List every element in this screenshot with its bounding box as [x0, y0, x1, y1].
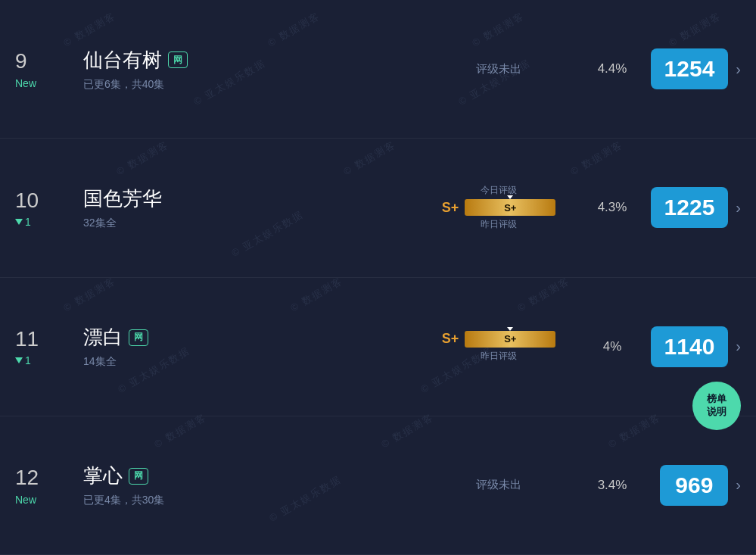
rank-number: 9 — [15, 48, 27, 74]
subtitle-text: 14集全 — [83, 355, 415, 369]
arrow-down-icon — [15, 357, 23, 363]
rank-section: 12 New — [15, 465, 76, 506]
list-item[interactable]: 9 New 仙台有树 网 已更6集，共40集 评级未出 4.4% 1254 › — [0, 0, 756, 139]
title-row: 漂白 网 — [83, 324, 415, 351]
rank-change: New — [15, 494, 36, 506]
rating-section: S+ S+ 昨日评级 — [415, 331, 582, 363]
rating-bar-label: S+ — [504, 333, 516, 345]
subtitle-text: 已更4集，共30集 — [83, 494, 415, 507]
rating-grade: S+ — [442, 331, 459, 347]
title-row: 掌心 网 — [83, 463, 415, 489]
percent-section: 4.4% — [582, 61, 642, 76]
rank-number: 11 — [15, 326, 39, 352]
rating-section: 评级未出 — [415, 478, 582, 492]
title-section: 掌心 网 已更4集，共30集 — [76, 463, 415, 507]
rank-section: 11 1 — [15, 326, 76, 367]
rank-change-label: 1 — [25, 354, 31, 366]
rating-bar-container: S+ S+ — [442, 199, 556, 216]
rank-change: New — [15, 77, 36, 89]
rating-label-bottom: 昨日评级 — [481, 350, 517, 363]
rating-bar-container: S+ S+ — [442, 331, 556, 348]
rating-section: 评级未出 — [415, 62, 582, 76]
rank-number: 10 — [15, 188, 39, 214]
title-row: 仙台有树 网 — [83, 47, 415, 73]
score-badge: 1225 — [651, 187, 729, 228]
score-badge: 969 — [660, 465, 728, 506]
list-item[interactable]: 11 1 漂白 网 14集全 S+ S+ 昨日评级 4% 1140 — [0, 278, 756, 416]
score-badge: 1140 — [651, 326, 729, 367]
subtitle-text: 32集全 — [83, 217, 415, 230]
percent-section: 3.4% — [582, 478, 642, 493]
rating-section: 今日评级 S+ S+ 昨日评级 — [415, 184, 582, 231]
score-badge: 1254 — [651, 48, 729, 89]
title-text: 漂白 — [83, 324, 123, 351]
title-section: 漂白 网 14集全 — [76, 324, 415, 369]
list-container: 9 New 仙台有树 网 已更6集，共40集 评级未出 4.4% 1254 › … — [0, 0, 756, 555]
rating-no-data: 评级未出 — [476, 62, 521, 76]
score-section: 1140 › — [642, 326, 741, 367]
title-text: 掌心 — [83, 463, 123, 489]
title-section: 国色芳华 32集全 — [76, 186, 415, 230]
chevron-right-icon[interactable]: › — [736, 61, 741, 78]
rank-change: 1 — [15, 354, 31, 366]
score-section: 1254 › — [642, 48, 741, 89]
fab-line2: 说明 — [707, 406, 726, 419]
percent-section: 4.3% — [582, 200, 642, 215]
rank-change-label: 1 — [25, 216, 31, 228]
rank-section: 10 1 — [15, 188, 76, 229]
platform-badge: 网 — [129, 468, 148, 485]
chevron-right-icon[interactable]: › — [736, 199, 741, 217]
title-row: 国色芳华 — [83, 186, 415, 212]
percent-section: 4% — [582, 339, 642, 354]
chevron-right-icon[interactable]: › — [736, 338, 741, 355]
title-section: 仙台有树 网 已更6集，共40集 — [76, 47, 415, 92]
score-section: 969 › — [642, 465, 741, 506]
rank-number: 12 — [15, 465, 39, 491]
score-section: 1225 › — [642, 187, 741, 228]
title-text: 国色芳华 — [83, 186, 162, 212]
platform-badge: 网 — [129, 329, 148, 346]
rating-bar-label: S+ — [504, 202, 516, 214]
rating-grade: S+ — [442, 200, 459, 216]
rating-label-bottom: 昨日评级 — [481, 218, 517, 231]
platform-badge: 网 — [168, 51, 188, 68]
rank-section: 9 New — [15, 48, 76, 89]
list-item[interactable]: 10 1 国色芳华 32集全 今日评级 S+ S+ 昨日评级 4.3% 122 — [0, 139, 756, 277]
list-item[interactable]: 12 New 掌心 网 已更4集，共30集 评级未出 3.4% 969 › — [0, 416, 756, 555]
rating-no-data: 评级未出 — [476, 478, 521, 492]
title-text: 仙台有树 — [83, 47, 162, 73]
fab-line1: 榜单 — [707, 393, 726, 406]
fab-button[interactable]: 榜单 说明 — [692, 382, 741, 430]
rating-bar: S+ — [465, 331, 555, 348]
subtitle-text: 已更6集，共40集 — [83, 78, 415, 92]
chevron-right-icon[interactable]: › — [736, 476, 741, 494]
arrow-down-icon — [15, 219, 23, 225]
rank-change: 1 — [15, 216, 31, 228]
rating-bar: S+ — [465, 199, 555, 216]
